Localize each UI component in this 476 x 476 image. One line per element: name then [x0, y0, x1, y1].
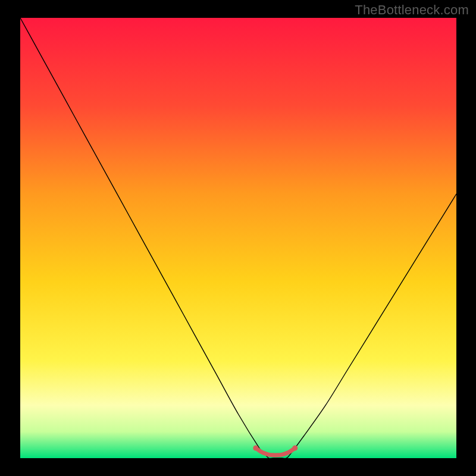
bottleneck-chart — [0, 0, 476, 476]
gradient-background — [20, 18, 456, 458]
chart-canvas — [0, 0, 476, 476]
valley-right-cap — [292, 445, 298, 450]
watermark-text: TheBottleneck.com — [355, 2, 469, 18]
valley-left-cap — [253, 445, 258, 450]
